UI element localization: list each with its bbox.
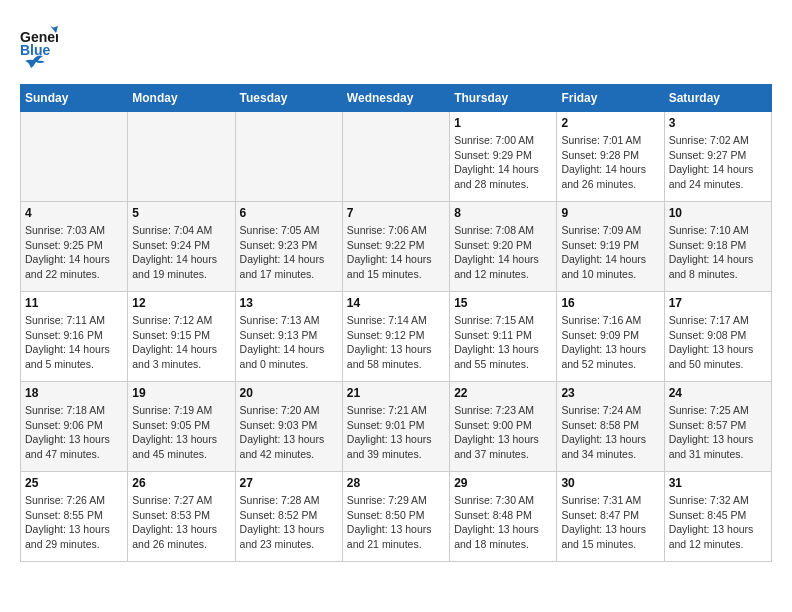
calendar-cell xyxy=(342,112,449,202)
calendar-cell: 13Sunrise: 7:13 AMSunset: 9:13 PMDayligh… xyxy=(235,292,342,382)
day-info: Sunrise: 7:21 AMSunset: 9:01 PMDaylight:… xyxy=(347,403,445,462)
day-info: Sunrise: 7:12 AMSunset: 9:15 PMDaylight:… xyxy=(132,313,230,372)
weekday-header-wednesday: Wednesday xyxy=(342,85,449,112)
day-info: Sunrise: 7:04 AMSunset: 9:24 PMDaylight:… xyxy=(132,223,230,282)
day-number: 3 xyxy=(669,116,767,130)
calendar-week-row: 1Sunrise: 7:00 AMSunset: 9:29 PMDaylight… xyxy=(21,112,772,202)
day-number: 23 xyxy=(561,386,659,400)
day-info: Sunrise: 7:11 AMSunset: 9:16 PMDaylight:… xyxy=(25,313,123,372)
calendar-cell: 18Sunrise: 7:18 AMSunset: 9:06 PMDayligh… xyxy=(21,382,128,472)
calendar-cell: 8Sunrise: 7:08 AMSunset: 9:20 PMDaylight… xyxy=(450,202,557,292)
calendar-cell xyxy=(21,112,128,202)
page-header: General Blue xyxy=(20,20,772,74)
day-info: Sunrise: 7:30 AMSunset: 8:48 PMDaylight:… xyxy=(454,493,552,552)
day-info: Sunrise: 7:16 AMSunset: 9:09 PMDaylight:… xyxy=(561,313,659,372)
day-number: 4 xyxy=(25,206,123,220)
calendar-cell: 27Sunrise: 7:28 AMSunset: 8:52 PMDayligh… xyxy=(235,472,342,562)
calendar-week-row: 11Sunrise: 7:11 AMSunset: 9:16 PMDayligh… xyxy=(21,292,772,382)
day-info: Sunrise: 7:26 AMSunset: 8:55 PMDaylight:… xyxy=(25,493,123,552)
calendar-cell: 4Sunrise: 7:03 AMSunset: 9:25 PMDaylight… xyxy=(21,202,128,292)
calendar-cell: 3Sunrise: 7:02 AMSunset: 9:27 PMDaylight… xyxy=(664,112,771,202)
weekday-header-thursday: Thursday xyxy=(450,85,557,112)
calendar-cell: 7Sunrise: 7:06 AMSunset: 9:22 PMDaylight… xyxy=(342,202,449,292)
day-number: 8 xyxy=(454,206,552,220)
calendar-week-row: 4Sunrise: 7:03 AMSunset: 9:25 PMDaylight… xyxy=(21,202,772,292)
day-number: 20 xyxy=(240,386,338,400)
calendar-cell: 9Sunrise: 7:09 AMSunset: 9:19 PMDaylight… xyxy=(557,202,664,292)
day-info: Sunrise: 7:06 AMSunset: 9:22 PMDaylight:… xyxy=(347,223,445,282)
calendar-cell: 26Sunrise: 7:27 AMSunset: 8:53 PMDayligh… xyxy=(128,472,235,562)
weekday-header-sunday: Sunday xyxy=(21,85,128,112)
day-number: 7 xyxy=(347,206,445,220)
day-info: Sunrise: 7:18 AMSunset: 9:06 PMDaylight:… xyxy=(25,403,123,462)
day-info: Sunrise: 7:08 AMSunset: 9:20 PMDaylight:… xyxy=(454,223,552,282)
day-info: Sunrise: 7:17 AMSunset: 9:08 PMDaylight:… xyxy=(669,313,767,372)
day-number: 26 xyxy=(132,476,230,490)
calendar-cell: 12Sunrise: 7:12 AMSunset: 9:15 PMDayligh… xyxy=(128,292,235,382)
day-number: 16 xyxy=(561,296,659,310)
day-info: Sunrise: 7:29 AMSunset: 8:50 PMDaylight:… xyxy=(347,493,445,552)
calendar-cell: 25Sunrise: 7:26 AMSunset: 8:55 PMDayligh… xyxy=(21,472,128,562)
calendar-week-row: 18Sunrise: 7:18 AMSunset: 9:06 PMDayligh… xyxy=(21,382,772,472)
calendar-cell: 29Sunrise: 7:30 AMSunset: 8:48 PMDayligh… xyxy=(450,472,557,562)
day-number: 31 xyxy=(669,476,767,490)
calendar-cell xyxy=(128,112,235,202)
day-number: 30 xyxy=(561,476,659,490)
day-info: Sunrise: 7:02 AMSunset: 9:27 PMDaylight:… xyxy=(669,133,767,192)
day-number: 11 xyxy=(25,296,123,310)
calendar-cell: 16Sunrise: 7:16 AMSunset: 9:09 PMDayligh… xyxy=(557,292,664,382)
day-info: Sunrise: 7:32 AMSunset: 8:45 PMDaylight:… xyxy=(669,493,767,552)
day-number: 1 xyxy=(454,116,552,130)
day-info: Sunrise: 7:19 AMSunset: 9:05 PMDaylight:… xyxy=(132,403,230,462)
calendar-cell: 28Sunrise: 7:29 AMSunset: 8:50 PMDayligh… xyxy=(342,472,449,562)
day-info: Sunrise: 7:00 AMSunset: 9:29 PMDaylight:… xyxy=(454,133,552,192)
calendar-cell: 20Sunrise: 7:20 AMSunset: 9:03 PMDayligh… xyxy=(235,382,342,472)
day-number: 12 xyxy=(132,296,230,310)
day-number: 24 xyxy=(669,386,767,400)
calendar-cell: 19Sunrise: 7:19 AMSunset: 9:05 PMDayligh… xyxy=(128,382,235,472)
logo: General Blue xyxy=(20,20,58,74)
day-number: 25 xyxy=(25,476,123,490)
calendar-cell: 5Sunrise: 7:04 AMSunset: 9:24 PMDaylight… xyxy=(128,202,235,292)
calendar-cell: 15Sunrise: 7:15 AMSunset: 9:11 PMDayligh… xyxy=(450,292,557,382)
day-number: 14 xyxy=(347,296,445,310)
day-number: 17 xyxy=(669,296,767,310)
day-info: Sunrise: 7:24 AMSunset: 8:58 PMDaylight:… xyxy=(561,403,659,462)
day-number: 13 xyxy=(240,296,338,310)
day-number: 27 xyxy=(240,476,338,490)
calendar-cell: 30Sunrise: 7:31 AMSunset: 8:47 PMDayligh… xyxy=(557,472,664,562)
day-number: 2 xyxy=(561,116,659,130)
day-info: Sunrise: 7:05 AMSunset: 9:23 PMDaylight:… xyxy=(240,223,338,282)
weekday-header-tuesday: Tuesday xyxy=(235,85,342,112)
calendar-header-row: SundayMondayTuesdayWednesdayThursdayFrid… xyxy=(21,85,772,112)
logo-bird-icon xyxy=(23,52,45,74)
day-number: 18 xyxy=(25,386,123,400)
day-number: 10 xyxy=(669,206,767,220)
day-number: 21 xyxy=(347,386,445,400)
day-number: 15 xyxy=(454,296,552,310)
calendar-cell: 21Sunrise: 7:21 AMSunset: 9:01 PMDayligh… xyxy=(342,382,449,472)
calendar-cell: 14Sunrise: 7:14 AMSunset: 9:12 PMDayligh… xyxy=(342,292,449,382)
day-number: 5 xyxy=(132,206,230,220)
weekday-header-friday: Friday xyxy=(557,85,664,112)
day-info: Sunrise: 7:25 AMSunset: 8:57 PMDaylight:… xyxy=(669,403,767,462)
day-info: Sunrise: 7:13 AMSunset: 9:13 PMDaylight:… xyxy=(240,313,338,372)
day-number: 28 xyxy=(347,476,445,490)
day-number: 29 xyxy=(454,476,552,490)
calendar-week-row: 25Sunrise: 7:26 AMSunset: 8:55 PMDayligh… xyxy=(21,472,772,562)
calendar-cell: 23Sunrise: 7:24 AMSunset: 8:58 PMDayligh… xyxy=(557,382,664,472)
day-info: Sunrise: 7:10 AMSunset: 9:18 PMDaylight:… xyxy=(669,223,767,282)
day-info: Sunrise: 7:27 AMSunset: 8:53 PMDaylight:… xyxy=(132,493,230,552)
day-info: Sunrise: 7:23 AMSunset: 9:00 PMDaylight:… xyxy=(454,403,552,462)
calendar-cell: 17Sunrise: 7:17 AMSunset: 9:08 PMDayligh… xyxy=(664,292,771,382)
day-number: 9 xyxy=(561,206,659,220)
calendar-cell: 31Sunrise: 7:32 AMSunset: 8:45 PMDayligh… xyxy=(664,472,771,562)
calendar-table: SundayMondayTuesdayWednesdayThursdayFrid… xyxy=(20,84,772,562)
day-info: Sunrise: 7:20 AMSunset: 9:03 PMDaylight:… xyxy=(240,403,338,462)
calendar-cell: 22Sunrise: 7:23 AMSunset: 9:00 PMDayligh… xyxy=(450,382,557,472)
day-info: Sunrise: 7:01 AMSunset: 9:28 PMDaylight:… xyxy=(561,133,659,192)
day-info: Sunrise: 7:15 AMSunset: 9:11 PMDaylight:… xyxy=(454,313,552,372)
calendar-cell: 11Sunrise: 7:11 AMSunset: 9:16 PMDayligh… xyxy=(21,292,128,382)
calendar-cell: 6Sunrise: 7:05 AMSunset: 9:23 PMDaylight… xyxy=(235,202,342,292)
day-number: 6 xyxy=(240,206,338,220)
